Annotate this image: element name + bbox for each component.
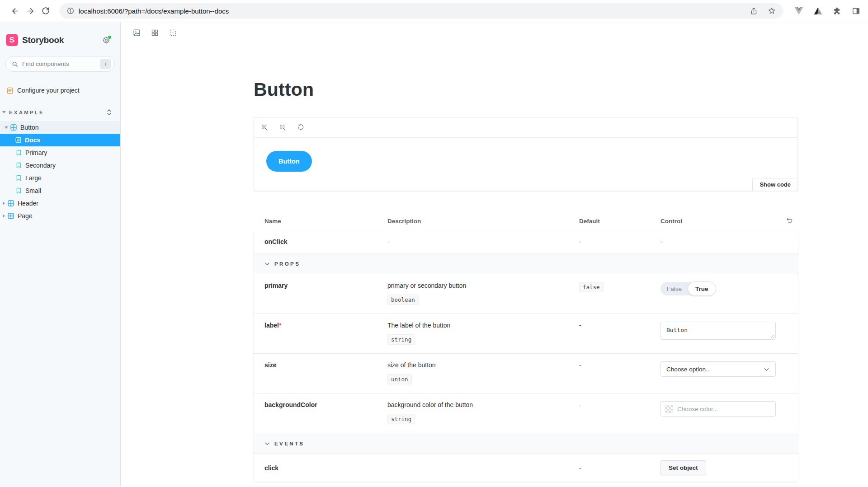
side-panel-icon[interactable]: [851, 6, 861, 16]
share-icon[interactable]: [747, 4, 760, 18]
expanded-caret-icon: [5, 126, 8, 129]
column-header-control: Control: [660, 218, 798, 225]
set-object-button[interactable]: Set object: [660, 460, 706, 475]
sidebar-item-large[interactable]: Large: [0, 172, 120, 184]
select-placeholder: Choose option...: [666, 366, 711, 373]
chevron-down-icon: [763, 366, 770, 373]
bookmark-star-icon[interactable]: [765, 4, 778, 18]
sidebar-item-primary[interactable]: Primary: [0, 146, 120, 159]
search-input[interactable]: Find components /: [5, 56, 115, 72]
sidebar-item-label: Small: [25, 187, 41, 194]
image-view-icon[interactable]: [133, 29, 141, 37]
arg-default: -: [579, 238, 660, 245]
story-bookmark-icon: [16, 162, 21, 169]
zoom-in-icon[interactable]: [261, 124, 268, 131]
configure-project-link[interactable]: Configure your project: [0, 84, 120, 96]
configure-project-label: Configure your project: [17, 87, 80, 94]
section-row-props[interactable]: PROPS: [254, 253, 798, 274]
reset-controls-icon[interactable]: [786, 216, 793, 225]
sidebar-item-button[interactable]: Button: [0, 121, 120, 134]
demo-primary-button[interactable]: Button: [266, 151, 312, 172]
search-icon: [12, 61, 18, 67]
sidebar-item-label: Primary: [25, 149, 47, 156]
sidebar: S Storybook Find components / Configure …: [0, 22, 121, 487]
color-swatch-icon[interactable]: [665, 405, 673, 413]
zoom-reset-icon[interactable]: [297, 124, 304, 131]
section-collapse-caret-icon: [2, 111, 6, 113]
search-placeholder: Find components: [22, 61, 69, 67]
url-text[interactable]: localhost:6006/?path=/docs/example-butto…: [79, 7, 742, 15]
vue-devtools-icon[interactable]: [794, 6, 804, 16]
arg-name: onClick: [254, 238, 387, 245]
show-code-button[interactable]: Show code: [752, 178, 798, 191]
site-info-icon[interactable]: [67, 7, 74, 14]
url-bar[interactable]: localhost:6006/?path=/docs/example-butto…: [60, 3, 783, 19]
storybook-logo: S: [6, 34, 18, 46]
zoom-out-icon[interactable]: [279, 124, 286, 131]
sidebar-item-label: Header: [18, 200, 38, 207]
main-panel: Button Button: [121, 22, 868, 487]
section-row-events[interactable]: EVENTS: [254, 433, 798, 454]
arg-type-badge: string: [387, 334, 415, 345]
docs-page: Button Button: [121, 43, 868, 487]
arg-default: -: [579, 354, 660, 393]
extension-a-icon[interactable]: [813, 6, 823, 16]
arg-default: -: [579, 464, 660, 472]
arg-default: -: [579, 314, 660, 353]
arg-row-click: click - Set object: [254, 454, 798, 482]
story-bookmark-icon: [16, 175, 21, 181]
arg-name: backgroundColor: [254, 393, 387, 433]
color-text-input[interactable]: [677, 406, 771, 412]
notification-dot: [108, 35, 112, 39]
component-grid-icon: [8, 200, 14, 206]
page-title: Button: [254, 79, 798, 100]
extensions-puzzle-icon[interactable]: [832, 6, 842, 16]
section-label: PROPS: [274, 261, 300, 267]
collapsed-caret-icon: [3, 201, 5, 205]
reload-icon[interactable]: [38, 3, 53, 19]
sidebar-item-page[interactable]: Page: [0, 210, 120, 222]
browser-chrome: localhost:6006/?path=/docs/example-butto…: [0, 0, 868, 22]
preview-toolbar: [254, 117, 797, 138]
sidebar-item-docs-selected[interactable]: Docs: [0, 134, 120, 146]
expand-collapse-all-icon[interactable]: [106, 109, 112, 116]
sidebar-item-label: Large: [25, 174, 42, 182]
toggle-true-option[interactable]: True: [688, 281, 716, 296]
document-icon: [7, 87, 13, 94]
preview-canvas: Button: [254, 138, 797, 172]
size-select[interactable]: Choose option...: [660, 361, 776, 377]
arg-description: The label of the button: [387, 322, 579, 329]
arg-description: -: [387, 238, 579, 245]
section-label: EVENTS: [274, 441, 304, 446]
sidebar-section-example[interactable]: EXAMPLE: [0, 109, 120, 116]
story-preview-card: Button Show code: [254, 117, 798, 191]
collapsed-caret-icon: [3, 214, 5, 218]
back-icon[interactable]: [7, 3, 23, 19]
toggle-false-option[interactable]: False: [660, 286, 688, 292]
arg-description: primary or secondary button: [387, 282, 579, 289]
arg-type-badge: string: [387, 414, 415, 424]
forward-icon[interactable]: [23, 3, 38, 19]
settings-gear-icon[interactable]: [102, 36, 110, 44]
sidebar-item-header[interactable]: Header: [0, 197, 120, 210]
sidebar-item-secondary[interactable]: Secondary: [0, 159, 120, 172]
arg-type-badge: boolean: [387, 295, 419, 305]
arg-name: size: [254, 354, 387, 393]
section-label: EXAMPLE: [9, 110, 44, 115]
sidebar-item-label: Docs: [25, 136, 40, 144]
column-header-default: Default: [579, 218, 660, 225]
arg-description: background color of the button: [387, 401, 579, 408]
label-text-input[interactable]: Button: [660, 322, 776, 340]
arg-row-primary: primary primary or secondary button bool…: [254, 274, 798, 314]
boolean-toggle[interactable]: False True: [660, 282, 716, 295]
fullscreen-zoom-icon[interactable]: [169, 29, 177, 37]
sidebar-item-small[interactable]: Small: [0, 184, 120, 197]
args-table-header: Name Description Default Control: [254, 218, 798, 225]
component-grid-icon: [8, 213, 14, 219]
story-bookmark-icon: [16, 187, 21, 194]
grid-view-icon[interactable]: [151, 29, 159, 37]
arg-description: size of the button: [387, 361, 579, 369]
chevron-down-icon: [264, 261, 270, 267]
color-picker-input[interactable]: [660, 401, 776, 417]
column-header-description: Description: [387, 218, 579, 225]
